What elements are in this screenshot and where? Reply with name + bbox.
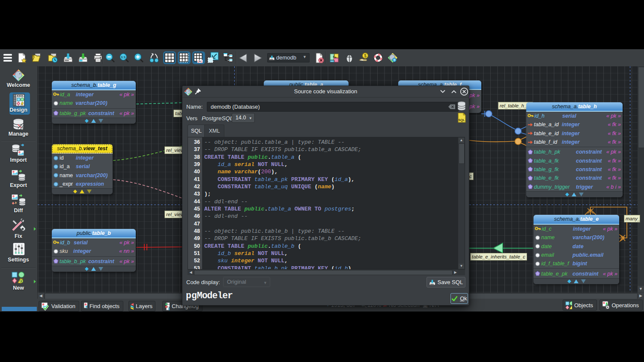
svg-text:SQL: SQL — [458, 118, 465, 122]
